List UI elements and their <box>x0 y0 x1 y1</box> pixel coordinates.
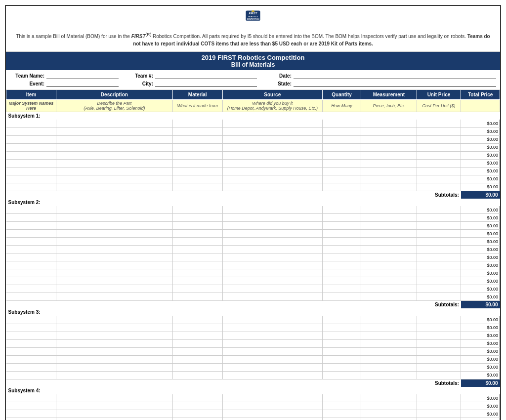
material-cell[interactable] <box>172 127 222 135</box>
source-cell[interactable] <box>222 261 322 269</box>
measurement-cell[interactable] <box>361 143 417 151</box>
measurement-cell[interactable] <box>361 135 417 143</box>
source-cell[interactable] <box>222 246 322 253</box>
description-cell[interactable] <box>56 324 173 332</box>
description-cell[interactable] <box>56 371 173 379</box>
unit-price-cell[interactable] <box>417 120 461 127</box>
date-input[interactable] <box>294 72 496 79</box>
unit-price-cell[interactable] <box>417 293 461 301</box>
item-cell[interactable] <box>6 293 56 301</box>
material-cell[interactable] <box>172 175 222 183</box>
quantity-cell[interactable] <box>322 402 361 410</box>
source-cell[interactable] <box>222 339 322 347</box>
unit-price-cell[interactable] <box>417 355 461 363</box>
material-cell[interactable] <box>172 402 222 410</box>
description-cell[interactable] <box>56 127 173 135</box>
material-cell[interactable] <box>172 143 222 151</box>
quantity-cell[interactable] <box>322 127 361 135</box>
unit-price-cell[interactable] <box>417 277 461 285</box>
description-cell[interactable] <box>56 293 173 301</box>
description-cell[interactable] <box>56 316 173 324</box>
quantity-cell[interactable] <box>322 285 361 293</box>
unit-price-cell[interactable] <box>417 127 461 135</box>
unit-price-cell[interactable] <box>417 324 461 332</box>
measurement-cell[interactable] <box>361 324 417 332</box>
description-cell[interactable] <box>56 175 173 183</box>
description-cell[interactable] <box>56 261 173 269</box>
material-cell[interactable] <box>172 269 222 277</box>
material-cell[interactable] <box>172 371 222 379</box>
quantity-cell[interactable] <box>322 183 361 191</box>
source-cell[interactable] <box>222 143 322 151</box>
unit-price-cell[interactable] <box>417 183 461 191</box>
item-cell[interactable] <box>6 402 56 410</box>
measurement-cell[interactable] <box>361 183 417 191</box>
quantity-cell[interactable] <box>322 339 361 347</box>
material-cell[interactable] <box>172 347 222 355</box>
source-cell[interactable] <box>222 159 322 167</box>
material-cell[interactable] <box>172 363 222 371</box>
measurement-cell[interactable] <box>361 222 417 230</box>
item-cell[interactable] <box>6 269 56 277</box>
quantity-cell[interactable] <box>322 167 361 175</box>
quantity-cell[interactable] <box>322 238 361 246</box>
description-cell[interactable] <box>56 238 173 246</box>
unit-price-cell[interactable] <box>417 167 461 175</box>
measurement-cell[interactable] <box>361 394 417 402</box>
unit-price-cell[interactable] <box>417 347 461 355</box>
item-cell[interactable] <box>6 418 56 420</box>
description-cell[interactable] <box>56 277 173 285</box>
unit-price-cell[interactable] <box>417 135 461 143</box>
unit-price-cell[interactable] <box>417 371 461 379</box>
unit-price-cell[interactable] <box>417 394 461 402</box>
quantity-cell[interactable] <box>322 410 361 418</box>
measurement-cell[interactable] <box>361 418 417 420</box>
source-cell[interactable] <box>222 363 322 371</box>
measurement-cell[interactable] <box>361 339 417 347</box>
measurement-cell[interactable] <box>361 238 417 246</box>
description-cell[interactable] <box>56 394 173 402</box>
measurement-cell[interactable] <box>361 332 417 339</box>
quantity-cell[interactable] <box>322 394 361 402</box>
description-cell[interactable] <box>56 253 173 261</box>
source-cell[interactable] <box>222 316 322 324</box>
quantity-cell[interactable] <box>322 246 361 253</box>
item-cell[interactable] <box>6 355 56 363</box>
item-cell[interactable] <box>6 394 56 402</box>
source-cell[interactable] <box>222 355 322 363</box>
quantity-cell[interactable] <box>322 206 361 214</box>
source-cell[interactable] <box>222 293 322 301</box>
team-name-input[interactable] <box>46 72 119 79</box>
material-cell[interactable] <box>172 418 222 420</box>
unit-price-cell[interactable] <box>417 269 461 277</box>
item-cell[interactable] <box>6 253 56 261</box>
unit-price-cell[interactable] <box>417 253 461 261</box>
unit-price-cell[interactable] <box>417 402 461 410</box>
item-cell[interactable] <box>6 159 56 167</box>
item-cell[interactable] <box>6 261 56 269</box>
unit-price-cell[interactable] <box>417 285 461 293</box>
quantity-cell[interactable] <box>322 363 361 371</box>
quantity-cell[interactable] <box>322 120 361 127</box>
item-cell[interactable] <box>6 316 56 324</box>
item-cell[interactable] <box>6 135 56 143</box>
measurement-cell[interactable] <box>361 120 417 127</box>
description-cell[interactable] <box>56 222 173 230</box>
source-cell[interactable] <box>222 222 322 230</box>
unit-price-cell[interactable] <box>417 363 461 371</box>
quantity-cell[interactable] <box>322 214 361 222</box>
city-input[interactable] <box>155 80 257 87</box>
quantity-cell[interactable] <box>322 293 361 301</box>
unit-price-cell[interactable] <box>417 222 461 230</box>
item-cell[interactable] <box>6 238 56 246</box>
quantity-cell[interactable] <box>322 175 361 183</box>
quantity-cell[interactable] <box>322 324 361 332</box>
measurement-cell[interactable] <box>361 175 417 183</box>
material-cell[interactable] <box>172 230 222 238</box>
material-cell[interactable] <box>172 222 222 230</box>
unit-price-cell[interactable] <box>417 238 461 246</box>
unit-price-cell[interactable] <box>417 332 461 339</box>
quantity-cell[interactable] <box>322 253 361 261</box>
measurement-cell[interactable] <box>361 159 417 167</box>
item-cell[interactable] <box>6 167 56 175</box>
